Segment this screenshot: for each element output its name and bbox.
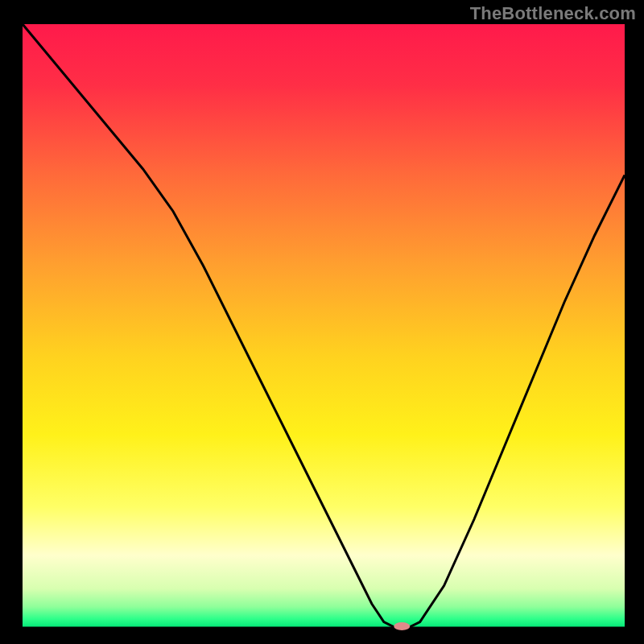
bottleneck-chart: [0, 0, 644, 644]
watermark-label: TheBottleneck.com: [470, 3, 636, 24]
plot-background: [23, 24, 625, 628]
chart-container: TheBottleneck.com: [0, 0, 644, 644]
optimal-point-marker: [394, 622, 410, 630]
